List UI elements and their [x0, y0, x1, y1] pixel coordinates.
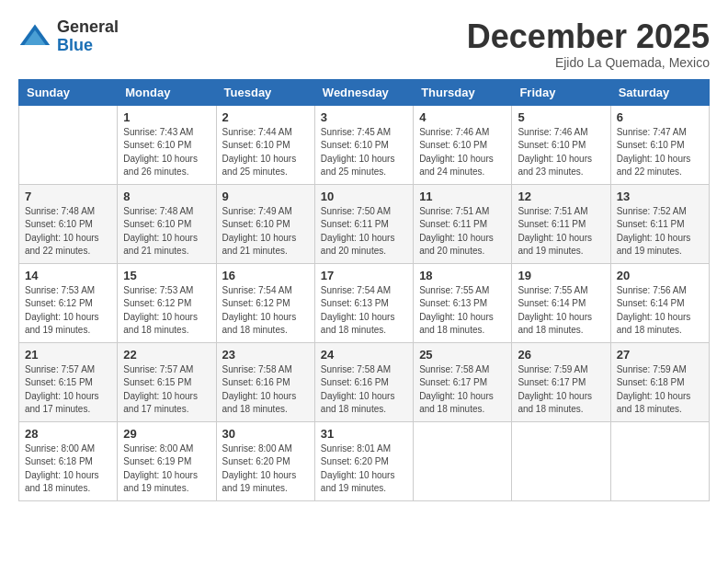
calendar-body: 1Sunrise: 7:43 AMSunset: 6:10 PMDaylight… [19, 105, 710, 500]
day-info: Sunrise: 8:00 AMSunset: 6:19 PMDaylight:… [123, 442, 210, 496]
day-number: 21 [25, 348, 111, 362]
calendar-cell: 23Sunrise: 7:58 AMSunset: 6:16 PMDayligh… [216, 342, 314, 421]
day-info: Sunrise: 7:44 AMSunset: 6:10 PMDaylight:… [222, 126, 309, 179]
header-cell-friday: Friday [512, 79, 610, 105]
calendar-cell: 16Sunrise: 7:54 AMSunset: 6:12 PMDayligh… [216, 263, 314, 342]
day-info: Sunrise: 7:43 AMSunset: 6:10 PMDaylight:… [123, 126, 210, 179]
day-number: 20 [617, 269, 703, 282]
calendar-cell: 13Sunrise: 7:52 AMSunset: 6:11 PMDayligh… [610, 184, 709, 263]
day-info: Sunrise: 7:51 AMSunset: 6:11 PMDaylight:… [518, 205, 604, 259]
calendar-cell: 10Sunrise: 7:50 AMSunset: 6:11 PMDayligh… [314, 184, 413, 263]
week-row-3: 21Sunrise: 7:57 AMSunset: 6:15 PMDayligh… [19, 342, 710, 421]
day-info: Sunrise: 7:54 AMSunset: 6:13 PMDaylight:… [321, 284, 407, 338]
day-info: Sunrise: 7:57 AMSunset: 6:15 PMDaylight:… [123, 363, 210, 417]
calendar-cell [414, 421, 512, 500]
calendar-cell: 24Sunrise: 7:58 AMSunset: 6:16 PMDayligh… [314, 342, 413, 421]
day-number: 18 [419, 269, 506, 282]
title-block: December 2025 Ejido La Quemada, Mexico [467, 18, 710, 70]
day-info: Sunrise: 7:54 AMSunset: 6:12 PMDaylight:… [222, 284, 309, 338]
week-row-0: 1Sunrise: 7:43 AMSunset: 6:10 PMDaylight… [19, 105, 710, 184]
calendar-cell: 4Sunrise: 7:46 AMSunset: 6:10 PMDaylight… [414, 105, 512, 184]
logo-text: General Blue [57, 18, 119, 55]
header-cell-tuesday: Tuesday [216, 79, 314, 105]
day-number: 19 [518, 269, 604, 282]
day-number: 14 [25, 269, 111, 282]
calendar-cell: 7Sunrise: 7:48 AMSunset: 6:10 PMDaylight… [19, 184, 118, 263]
logo: General Blue [18, 18, 119, 55]
day-info: Sunrise: 7:52 AMSunset: 6:11 PMDaylight:… [617, 205, 703, 259]
day-number: 13 [617, 190, 703, 203]
day-info: Sunrise: 7:59 AMSunset: 6:17 PMDaylight:… [518, 363, 604, 417]
header-cell-wednesday: Wednesday [314, 79, 413, 105]
day-number: 28 [25, 427, 111, 441]
location-subtitle: Ejido La Quemada, Mexico [467, 55, 710, 70]
day-number: 10 [321, 190, 407, 203]
day-info: Sunrise: 8:00 AMSunset: 6:18 PMDaylight:… [25, 442, 111, 496]
day-number: 9 [222, 190, 309, 203]
header-cell-saturday: Saturday [610, 79, 709, 105]
calendar-cell: 25Sunrise: 7:58 AMSunset: 6:17 PMDayligh… [414, 342, 512, 421]
day-number: 27 [617, 348, 703, 362]
calendar-cell [19, 105, 118, 184]
calendar-cell: 30Sunrise: 8:00 AMSunset: 6:20 PMDayligh… [216, 421, 314, 500]
day-info: Sunrise: 7:58 AMSunset: 6:16 PMDaylight:… [222, 363, 309, 417]
calendar-cell: 26Sunrise: 7:59 AMSunset: 6:17 PMDayligh… [512, 342, 610, 421]
calendar-cell: 19Sunrise: 7:55 AMSunset: 6:14 PMDayligh… [512, 263, 610, 342]
calendar-cell: 28Sunrise: 8:00 AMSunset: 6:18 PMDayligh… [19, 421, 118, 500]
calendar-cell: 1Sunrise: 7:43 AMSunset: 6:10 PMDaylight… [118, 105, 216, 184]
calendar-cell: 3Sunrise: 7:45 AMSunset: 6:10 PMDaylight… [314, 105, 413, 184]
day-number: 26 [518, 348, 604, 362]
calendar-header: SundayMondayTuesdayWednesdayThursdayFrid… [19, 79, 710, 105]
day-number: 15 [123, 269, 210, 282]
calendar-cell: 18Sunrise: 7:55 AMSunset: 6:13 PMDayligh… [414, 263, 512, 342]
day-number: 16 [222, 269, 309, 282]
calendar-cell: 9Sunrise: 7:49 AMSunset: 6:10 PMDaylight… [216, 184, 314, 263]
logo-icon [18, 20, 51, 53]
day-info: Sunrise: 7:56 AMSunset: 6:14 PMDaylight:… [617, 284, 703, 338]
page-header: General Blue December 2025 Ejido La Quem… [18, 18, 710, 70]
day-info: Sunrise: 7:59 AMSunset: 6:18 PMDaylight:… [617, 363, 703, 417]
day-info: Sunrise: 7:55 AMSunset: 6:14 PMDaylight:… [518, 284, 604, 338]
calendar-cell: 8Sunrise: 7:48 AMSunset: 6:10 PMDaylight… [118, 184, 216, 263]
calendar-cell: 5Sunrise: 7:46 AMSunset: 6:10 PMDaylight… [512, 105, 610, 184]
day-number: 25 [419, 348, 506, 362]
calendar-cell: 27Sunrise: 7:59 AMSunset: 6:18 PMDayligh… [610, 342, 709, 421]
day-info: Sunrise: 7:47 AMSunset: 6:10 PMDaylight:… [617, 126, 703, 179]
day-info: Sunrise: 7:46 AMSunset: 6:10 PMDaylight:… [518, 126, 604, 179]
calendar-cell: 31Sunrise: 8:01 AMSunset: 6:20 PMDayligh… [314, 421, 413, 500]
day-info: Sunrise: 7:46 AMSunset: 6:10 PMDaylight:… [419, 126, 506, 179]
day-info: Sunrise: 8:01 AMSunset: 6:20 PMDaylight:… [321, 442, 407, 496]
logo-general: General [57, 17, 119, 36]
day-number: 12 [518, 190, 604, 203]
day-info: Sunrise: 7:58 AMSunset: 6:17 PMDaylight:… [419, 363, 506, 417]
day-number: 3 [321, 110, 407, 124]
day-number: 31 [321, 427, 407, 441]
day-number: 1 [123, 110, 210, 124]
calendar-cell: 11Sunrise: 7:51 AMSunset: 6:11 PMDayligh… [414, 184, 512, 263]
calendar-table: SundayMondayTuesdayWednesdayThursdayFrid… [18, 79, 710, 501]
week-row-2: 14Sunrise: 7:53 AMSunset: 6:12 PMDayligh… [19, 263, 710, 342]
day-number: 24 [321, 348, 407, 362]
day-number: 11 [419, 190, 506, 203]
day-number: 7 [25, 190, 111, 203]
calendar-cell: 2Sunrise: 7:44 AMSunset: 6:10 PMDaylight… [216, 105, 314, 184]
day-info: Sunrise: 7:53 AMSunset: 6:12 PMDaylight:… [123, 284, 210, 338]
calendar-cell: 12Sunrise: 7:51 AMSunset: 6:11 PMDayligh… [512, 184, 610, 263]
week-row-4: 28Sunrise: 8:00 AMSunset: 6:18 PMDayligh… [19, 421, 710, 500]
day-info: Sunrise: 7:49 AMSunset: 6:10 PMDaylight:… [222, 205, 309, 259]
day-info: Sunrise: 7:45 AMSunset: 6:10 PMDaylight:… [321, 126, 407, 179]
day-number: 29 [123, 427, 210, 441]
day-info: Sunrise: 7:53 AMSunset: 6:12 PMDaylight:… [25, 284, 111, 338]
calendar-cell: 29Sunrise: 8:00 AMSunset: 6:19 PMDayligh… [118, 421, 216, 500]
day-info: Sunrise: 8:00 AMSunset: 6:20 PMDaylight:… [222, 442, 309, 496]
day-number: 23 [222, 348, 309, 362]
logo-blue: Blue [57, 36, 93, 54]
calendar-cell: 21Sunrise: 7:57 AMSunset: 6:15 PMDayligh… [19, 342, 118, 421]
calendar-cell: 6Sunrise: 7:47 AMSunset: 6:10 PMDaylight… [610, 105, 709, 184]
calendar-cell: 14Sunrise: 7:53 AMSunset: 6:12 PMDayligh… [19, 263, 118, 342]
day-info: Sunrise: 7:58 AMSunset: 6:16 PMDaylight:… [321, 363, 407, 417]
day-number: 22 [123, 348, 210, 362]
day-number: 17 [321, 269, 407, 282]
day-number: 4 [419, 110, 506, 124]
header-cell-thursday: Thursday [414, 79, 512, 105]
